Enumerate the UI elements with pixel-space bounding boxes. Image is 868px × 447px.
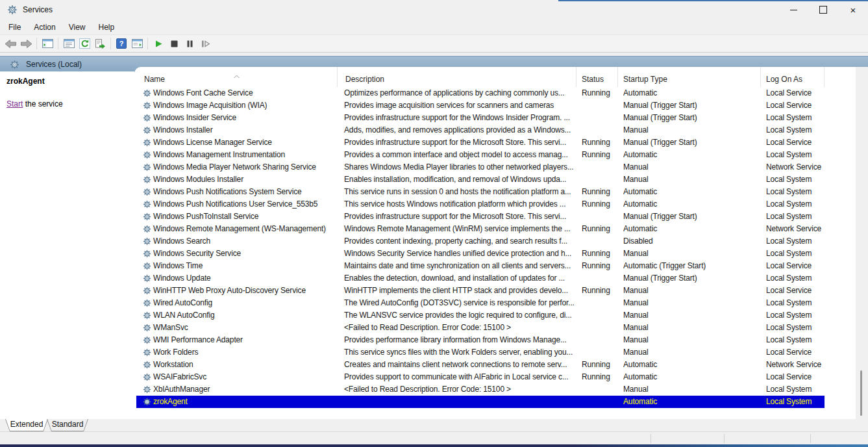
- service-startup-type: Manual: [618, 248, 761, 260]
- table-row[interactable]: Windows Font Cache Service Optimizes per…: [136, 87, 825, 99]
- table-row[interactable]: zrokAgent Automatic Local System: [136, 396, 825, 408]
- table-row[interactable]: XblAuthManager <Failed to Read Descripti…: [136, 383, 825, 396]
- menu-help[interactable]: Help: [92, 19, 121, 34]
- table-row[interactable]: Windows Search Provides content indexing…: [136, 235, 825, 248]
- service-name: Wired AutoConfig: [153, 297, 212, 309]
- service-name: Windows Update: [153, 272, 211, 285]
- table-row[interactable]: Windows Installer Adds, modifies, and re…: [136, 124, 825, 136]
- table-row[interactable]: Wired AutoConfig The Wired AutoConfig (D…: [136, 297, 825, 309]
- table-row[interactable]: Windows Management Instrumentation Provi…: [136, 149, 825, 161]
- table-row[interactable]: WMI Performance Adapter Provides perform…: [136, 334, 825, 346]
- restart-service-icon[interactable]: [198, 36, 212, 51]
- close-button[interactable]: ×: [838, 0, 868, 19]
- table-row[interactable]: Windows License Manager Service Provides…: [136, 136, 825, 149]
- service-logon-as: Local Service: [761, 99, 825, 112]
- service-logon-as: Local System: [761, 334, 825, 346]
- table-row[interactable]: Windows Insider Service Provides infrast…: [136, 112, 825, 124]
- pause-service-icon[interactable]: [182, 36, 197, 51]
- table-row[interactable]: Windows Remote Management (WS-Management…: [136, 223, 825, 235]
- service-status: [577, 112, 618, 124]
- service-status: [577, 161, 618, 173]
- console-content: Services (Local) zrokAgent Start the ser…: [0, 53, 868, 419]
- column-header-description[interactable]: Description: [338, 67, 577, 87]
- minimize-button[interactable]: [778, 0, 808, 19]
- service-startup-type: Automatic: [618, 371, 761, 383]
- service-name: Windows Push Notifications System Servic…: [153, 186, 302, 198]
- properties-icon[interactable]: [62, 36, 76, 51]
- service-status: [577, 99, 618, 112]
- start-service-icon[interactable]: [151, 36, 166, 51]
- column-header-logon-as[interactable]: Log On As: [761, 67, 825, 87]
- service-description: Optimizes performance of applications by…: [338, 87, 577, 99]
- service-status: [577, 322, 618, 334]
- service-startup-type: Disabled: [618, 235, 761, 248]
- service-startup-type: Manual (Trigger Start): [618, 272, 761, 285]
- service-logon-as: Local System: [761, 383, 825, 396]
- service-name: WManSvc: [153, 322, 188, 334]
- table-row[interactable]: Work Folders This service syncs files wi…: [136, 346, 825, 359]
- export-list-icon[interactable]: [93, 36, 107, 51]
- table-row[interactable]: WLAN AutoConfig The WLANSVC service prov…: [136, 309, 825, 322]
- table-row[interactable]: Windows Push Notifications System Servic…: [136, 186, 825, 198]
- service-gear-icon: [143, 151, 151, 159]
- service-name: Windows Insider Service: [153, 112, 236, 124]
- service-gear-icon: [143, 385, 151, 394]
- table-row[interactable]: Windows Media Player Network Sharing Ser…: [136, 161, 825, 173]
- table-row[interactable]: Windows Push Notifications User Service_…: [136, 198, 825, 211]
- service-description: Adds, modifies, and removes applications…: [338, 124, 577, 136]
- show-action-pane-icon[interactable]: [130, 36, 144, 51]
- scrollbar-thumb[interactable]: [860, 370, 862, 416]
- maximize-button[interactable]: [808, 0, 838, 19]
- start-service-link[interactable]: Start: [6, 99, 23, 109]
- table-row[interactable]: WManSvc <Failed to Read Description. Err…: [136, 322, 825, 334]
- menu-file[interactable]: File: [0, 19, 27, 34]
- tab-extended[interactable]: Extended: [5, 419, 48, 431]
- service-startup-type: Manual: [618, 322, 761, 334]
- menu-bar: File Action View Help: [0, 19, 868, 35]
- services-node-icon: [10, 60, 19, 70]
- service-name: Windows Installer: [153, 124, 212, 136]
- menu-action[interactable]: Action: [27, 19, 62, 34]
- column-header-name[interactable]: Name: [134, 67, 338, 87]
- service-status: [577, 334, 618, 346]
- help-icon[interactable]: ?: [114, 36, 129, 51]
- service-logon-as: Local System: [761, 248, 825, 260]
- service-description: This service hosts Windows notification …: [338, 198, 577, 211]
- extended-task-pane: zrokAgent Start the service: [0, 71, 134, 419]
- forward-icon[interactable]: [19, 36, 33, 51]
- maximize-icon: [819, 6, 827, 14]
- service-startup-type: Automatic: [618, 87, 761, 99]
- stop-service-icon[interactable]: [167, 36, 181, 51]
- service-gear-icon: [143, 175, 151, 184]
- table-row[interactable]: Workstation Creates and maintains client…: [136, 359, 825, 371]
- service-startup-type: Manual (Trigger Start): [618, 211, 761, 223]
- table-row[interactable]: Windows Image Acquisition (WIA) Provides…: [136, 99, 825, 112]
- service-logon-as: Local System: [761, 309, 825, 322]
- table-row[interactable]: Windows Modules Installer Enables instal…: [136, 173, 825, 186]
- service-startup-type: Manual: [618, 346, 761, 359]
- back-icon[interactable]: [3, 36, 18, 51]
- service-status: Running: [577, 149, 618, 161]
- table-row[interactable]: WSAIFabricSvc Provides support to commun…: [136, 371, 825, 383]
- menu-view[interactable]: View: [62, 19, 92, 34]
- table-row[interactable]: Windows Security Service Windows Securit…: [136, 248, 825, 260]
- table-row[interactable]: WinHTTP Web Proxy Auto-Discovery Service…: [136, 285, 825, 297]
- table-row[interactable]: Windows PushToInstall Service Provides i…: [136, 211, 825, 223]
- column-header-startup-type[interactable]: Startup Type: [618, 67, 761, 87]
- table-row[interactable]: Windows Time Maintains date and time syn…: [136, 260, 825, 272]
- service-name: Work Folders: [153, 346, 198, 359]
- service-gear-icon: [143, 89, 151, 97]
- service-logon-as: Local System: [761, 211, 825, 223]
- service-name: Windows Push Notifications User Service_…: [153, 198, 317, 211]
- tab-standard[interactable]: Standard: [47, 419, 88, 431]
- service-startup-type: Manual (Trigger Start): [618, 112, 761, 124]
- service-logon-as: Local System: [761, 149, 825, 161]
- service-name: Windows PushToInstall Service: [153, 211, 258, 223]
- service-name: WLAN AutoConfig: [153, 309, 214, 322]
- show-console-tree-icon[interactable]: [40, 36, 55, 51]
- table-row[interactable]: Windows Update Enables the detection, do…: [136, 272, 825, 285]
- column-header-status[interactable]: Status: [577, 67, 618, 87]
- vertical-scrollbar[interactable]: [856, 67, 868, 419]
- refresh-icon[interactable]: [77, 36, 92, 51]
- status-bar: [0, 431, 868, 444]
